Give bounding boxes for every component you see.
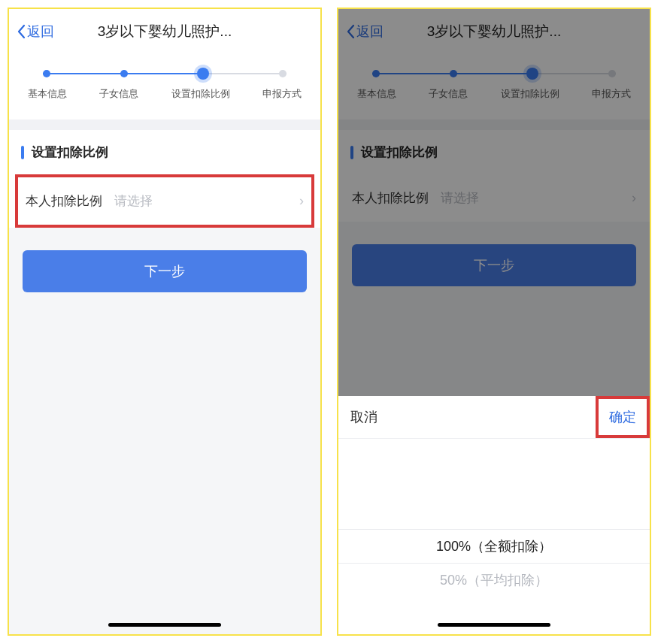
step-dot-1 (372, 70, 380, 77)
field-placeholder: 请选择 (114, 192, 299, 210)
back-label: 返回 (27, 23, 54, 41)
deduction-ratio-field[interactable]: 本人扣除比例 请选择 › (15, 174, 314, 228)
nav-bar: 返回 3岁以下婴幼儿照护... (9, 9, 320, 54)
progress-stepper: 基本信息 子女信息 设置扣除比例 申报方式 (338, 54, 650, 119)
page-title: 3岁以下婴幼儿照护... (54, 22, 275, 41)
step-label-1: 基本信息 (357, 87, 396, 101)
accent-bar-icon (350, 146, 353, 159)
chevron-left-icon (17, 24, 26, 39)
step-label-4: 申报方式 (592, 87, 631, 101)
next-button[interactable]: 下一步 (23, 250, 307, 292)
phone-screen-left: 返回 3岁以下婴幼儿照护... 基本信息 子女信息 设置扣除比例 申报方式 (8, 8, 322, 636)
step-dot-3 (197, 68, 209, 80)
section-title: 设置扣除比例 (338, 130, 650, 174)
step-label-4: 申报方式 (262, 87, 302, 101)
home-indicator[interactable] (438, 623, 550, 627)
section-title-text: 设置扣除比例 (32, 144, 108, 161)
page-title: 3岁以下婴幼儿照护... (384, 22, 605, 41)
back-button[interactable]: 返回 (346, 23, 384, 41)
section-title-text: 设置扣除比例 (361, 144, 438, 161)
field-label: 本人扣除比例 (26, 192, 102, 210)
home-indicator[interactable] (108, 623, 221, 627)
picker-sheet: 取消 确定 100%（全额扣除） 50%（平均扣除） (338, 396, 650, 634)
step-label-2: 子女信息 (429, 87, 468, 101)
back-label: 返回 (356, 23, 384, 41)
step-dot-4 (279, 70, 287, 77)
step-dot-2 (120, 70, 128, 77)
picker-header: 取消 确定 (338, 396, 650, 439)
picker-option-50[interactable]: 50%（平均扣除） (338, 564, 650, 597)
step-label-3: 设置扣除比例 (501, 87, 559, 101)
confirm-label: 确定 (609, 410, 636, 425)
progress-stepper: 基本信息 子女信息 设置扣除比例 申报方式 (9, 54, 320, 119)
step-dot-2 (450, 70, 457, 77)
picker-option-100[interactable]: 100%（全额扣除） (338, 529, 650, 564)
step-label-3: 设置扣除比例 (171, 87, 230, 101)
field-label: 本人扣除比例 (352, 189, 429, 207)
accent-bar-icon (21, 146, 24, 159)
cancel-button[interactable]: 取消 (350, 408, 377, 426)
chevron-left-icon (346, 24, 355, 39)
back-button[interactable]: 返回 (17, 23, 54, 41)
deduction-ratio-field[interactable]: 本人扣除比例 请选择 › (344, 174, 644, 222)
chevron-right-icon: › (299, 193, 304, 209)
picker-body[interactable]: 100%（全额扣除） 50%（平均扣除） (338, 439, 650, 634)
step-label-1: 基本信息 (28, 87, 67, 101)
step-label-2: 子女信息 (99, 87, 138, 101)
nav-bar: 返回 3岁以下婴幼儿照护... (338, 9, 650, 54)
step-dot-1 (43, 70, 50, 77)
field-placeholder: 请选择 (441, 189, 632, 207)
step-dot-4 (608, 70, 616, 77)
section-title: 设置扣除比例 (9, 130, 320, 174)
confirm-button[interactable]: 确定 (596, 396, 650, 438)
next-button[interactable]: 下一步 (352, 244, 636, 286)
chevron-right-icon: › (632, 190, 636, 206)
step-dot-3 (526, 68, 538, 80)
phone-screen-right: 返回 3岁以下婴幼儿照护... 基本信息 子女信息 设置扣除比例 申报方式 (337, 8, 651, 636)
